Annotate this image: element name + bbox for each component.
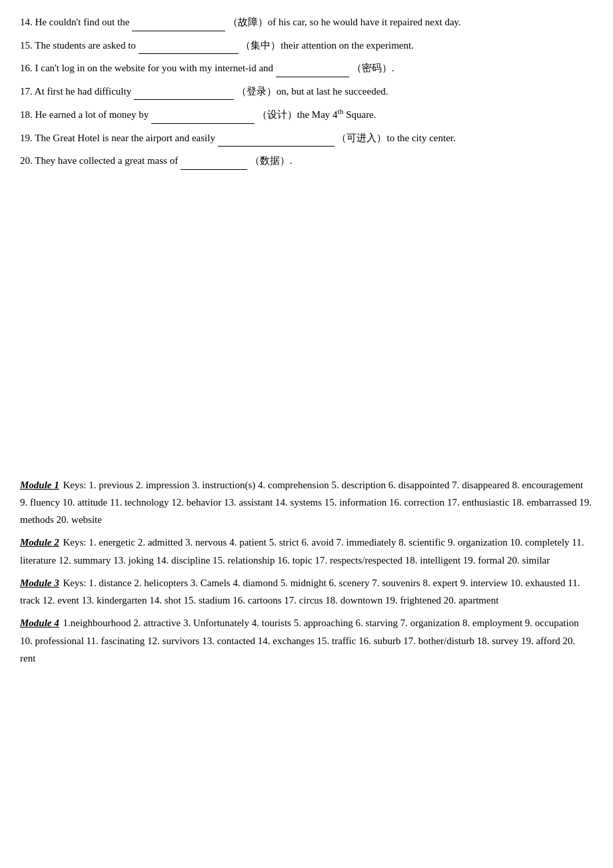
q19-chinese: （可进入）to the city center.: [336, 133, 455, 143]
q17-chinese: （登录）on, but at last he succeeded.: [237, 86, 388, 97]
q14-chinese: （故障）of his car, so he would have it repa…: [228, 17, 461, 27]
question-18: 18. He earned a lot of money by （设计）the …: [20, 105, 593, 124]
q14-blank[interactable]: [132, 13, 225, 31]
q18-blank[interactable]: [151, 106, 255, 124]
q17-text: 17. At first he had difficulty: [20, 86, 131, 97]
q16-chinese: （密码）.: [352, 63, 394, 73]
q18-chinese: （设计）the May 4th Square.: [257, 109, 376, 120]
q20-blank[interactable]: [181, 152, 247, 170]
q15-blank[interactable]: [139, 37, 239, 55]
module2-block: Module 2 Keys: 1. energetic 2. admitted …: [20, 534, 593, 569]
module3-content: Keys: 1. distance 2. helicopters 3. Came…: [20, 578, 580, 606]
module2-title: Module 2: [20, 537, 59, 548]
question-16: 16. I can't log in on the website for yo…: [20, 59, 593, 77]
q17-blank[interactable]: [134, 83, 234, 101]
module2-content: Keys: 1. energetic 2. admitted 3. nervou…: [20, 537, 584, 565]
module1-content: Keys: 1. previous 2. impression 3. instr…: [20, 480, 592, 526]
q15-chinese: （集中）their attention on the experiment.: [241, 40, 414, 51]
q20-text: 20. They have collected a great mass of: [20, 155, 178, 166]
question-19: 19. The Great Hotel is near the airport …: [20, 129, 593, 147]
module3-title: Module 3: [20, 578, 59, 588]
question-17: 17. At first he had difficulty （登录）on, b…: [20, 83, 593, 101]
question-20: 20. They have collected a great mass of …: [20, 152, 593, 170]
module3-block: Module 3 Keys: 1. distance 2. helicopter…: [20, 574, 593, 610]
q16-blank[interactable]: [276, 59, 349, 77]
questions-section: 14. He couldn't find out the （故障）of his …: [20, 13, 593, 170]
q18-text: 18. He earned a lot of money by: [20, 109, 149, 120]
q15-number: 15. The students are asked to: [20, 40, 136, 51]
spacer: [20, 190, 593, 470]
module1-title: Module 1: [20, 480, 59, 490]
question-15: 15. The students are asked to （集中）their …: [20, 37, 593, 55]
q20-chinese: （数据）.: [250, 155, 293, 166]
question-14: 14. He couldn't find out the （故障）of his …: [20, 13, 593, 31]
module1-block: Module 1 Keys: 1. previous 2. impression…: [20, 476, 593, 529]
q16-text: 16. I can't log in on the website for yo…: [20, 63, 273, 73]
q14-number: 14. He couldn't find out the: [20, 17, 129, 27]
answers-section: Module 1 Keys: 1. previous 2. impression…: [20, 476, 593, 667]
module4-content: 1.neighbourhood 2. attractive 3. Unfortu…: [20, 618, 579, 663]
module4-title: Module 4: [20, 618, 59, 628]
q19-text: 19. The Great Hotel is near the airport …: [20, 133, 215, 143]
module4-block: Module 4 1.neighbourhood 2. attractive 3…: [20, 614, 593, 667]
q19-blank[interactable]: [218, 129, 334, 147]
